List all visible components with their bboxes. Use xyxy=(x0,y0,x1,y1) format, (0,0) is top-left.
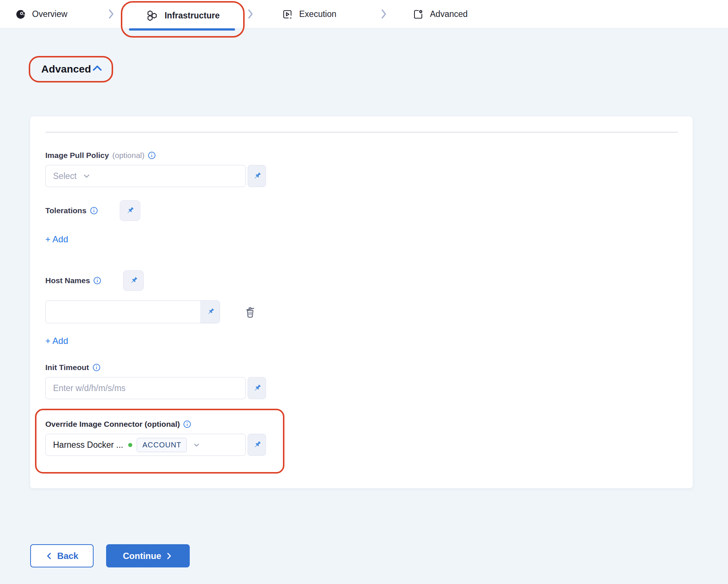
continue-button[interactable]: Continue xyxy=(106,544,190,567)
advanced-gear-icon xyxy=(413,9,424,20)
chevron-left-icon xyxy=(45,552,53,560)
field-image-pull-policy: Image Pull Policy (optional) Select xyxy=(45,151,678,187)
connector-name: Harness Docker ... xyxy=(53,440,123,450)
advanced-settings-card: Image Pull Policy (optional) Select Tole… xyxy=(30,116,693,488)
info-icon[interactable] xyxy=(183,420,191,428)
pin-runtime-input-button[interactable] xyxy=(120,200,140,221)
host-names-label: Host Names xyxy=(45,276,90,285)
annotation-ring-infrastructure-tab: Infrastructure xyxy=(121,1,245,38)
field-tolerations: Tolerations + Add xyxy=(45,200,678,244)
pin-runtime-input-button[interactable] xyxy=(248,377,266,399)
tab-label: Execution xyxy=(299,9,336,19)
connector-status-dot xyxy=(128,443,132,447)
tab-infrastructure[interactable]: Infrastructure xyxy=(122,1,243,30)
select-placeholder: Select xyxy=(53,171,77,181)
info-icon[interactable] xyxy=(93,277,101,285)
chevron-right-icon xyxy=(165,552,173,560)
tab-label: Overview xyxy=(32,9,67,19)
tab-advanced[interactable]: Advanced xyxy=(413,0,468,28)
optional-hint: (optional) xyxy=(112,151,145,160)
host-names-add-link[interactable]: + Add xyxy=(45,336,68,346)
init-timeout-label: Init Timeout xyxy=(45,363,89,372)
back-button-label: Back xyxy=(57,551,78,561)
pin-runtime-input-button[interactable] xyxy=(248,165,266,187)
tab-execution[interactable]: Execution xyxy=(282,0,336,28)
card-divider xyxy=(45,132,678,133)
back-button[interactable]: Back xyxy=(30,544,94,567)
infrastructure-icon xyxy=(146,10,158,22)
advanced-section-title[interactable]: Advanced xyxy=(41,63,91,75)
image-pull-policy-select[interactable]: Select xyxy=(45,165,246,187)
info-icon[interactable] xyxy=(92,363,101,372)
override-image-connector-select[interactable]: Harness Docker ... ACCOUNT xyxy=(45,434,246,456)
active-tab-underline xyxy=(129,28,235,31)
continue-button-label: Continue xyxy=(123,551,161,561)
host-name-input[interactable] xyxy=(46,301,200,323)
chevron-right-separator-icon xyxy=(108,8,114,20)
wizard-footer: Back Continue xyxy=(30,544,728,567)
pipeline-stage-tabs: Overview Infrastructure xyxy=(0,0,728,28)
tab-label: Infrastructure xyxy=(165,11,220,21)
chevron-right-separator-icon xyxy=(247,8,253,20)
execution-icon xyxy=(282,9,293,20)
pin-runtime-input-button[interactable] xyxy=(248,434,266,456)
chevron-down-icon xyxy=(83,172,91,180)
delete-row-trash-icon[interactable] xyxy=(244,305,257,319)
overview-icon xyxy=(15,9,26,20)
tolerations-label: Tolerations xyxy=(45,206,87,215)
annotation-ring-override-image-connector: Override Image Connector (optional) Harn… xyxy=(35,409,284,474)
connector-scope-badge: ACCOUNT xyxy=(137,438,187,452)
info-icon[interactable] xyxy=(90,207,98,215)
field-init-timeout: Init Timeout xyxy=(45,363,678,399)
field-host-names: Host Names xyxy=(45,270,678,346)
init-timeout-input[interactable] xyxy=(53,383,239,393)
tolerations-add-link[interactable]: + Add xyxy=(45,234,68,244)
tab-label: Advanced xyxy=(430,9,468,19)
info-icon[interactable] xyxy=(148,151,156,159)
tab-overview[interactable]: Overview xyxy=(15,0,67,28)
annotation-ring-advanced-section: Advanced xyxy=(29,56,113,82)
override-image-connector-label: Override Image Connector (optional) xyxy=(45,420,180,429)
pin-runtime-input-button[interactable] xyxy=(200,301,220,323)
chevron-down-icon xyxy=(193,441,200,449)
image-pull-policy-label: Image Pull Policy xyxy=(45,151,109,160)
chevron-up-collapse-icon[interactable] xyxy=(92,64,103,72)
chevron-right-separator-icon xyxy=(381,8,387,20)
pin-runtime-input-button[interactable] xyxy=(123,270,144,291)
